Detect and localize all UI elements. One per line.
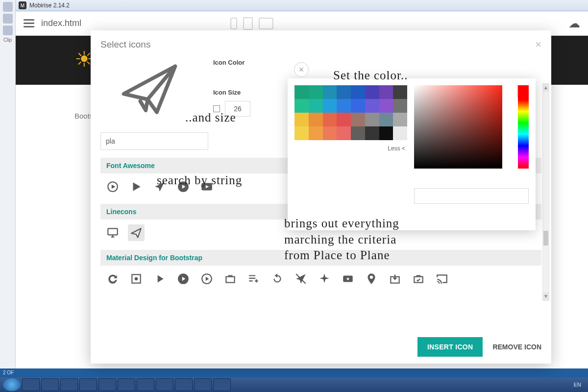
window-title: Mobirise 2.14.2 [29, 2, 70, 9]
plane-icon[interactable] [151, 178, 168, 195]
color-swatch[interactable] [337, 85, 351, 99]
size-checkbox[interactable] [213, 105, 220, 112]
brightness-icon[interactable] [128, 270, 145, 287]
airplane-icon[interactable] [316, 270, 333, 287]
color-swatch[interactable] [379, 85, 393, 99]
color-swatch[interactable] [365, 126, 379, 140]
color-swatch[interactable] [337, 99, 351, 113]
color-swatch[interactable] [393, 85, 407, 99]
section-mdb[interactable]: Material Design for Bootstrap [100, 250, 541, 266]
taskbar-item[interactable] [213, 378, 231, 391]
svg-rect-10 [414, 277, 422, 283]
scrollbar[interactable]: ▲ ▼ [542, 83, 549, 301]
youtube-play-icon[interactable] [198, 178, 215, 195]
taskbar-item[interactable] [41, 378, 59, 391]
color-swatch[interactable] [294, 126, 309, 140]
taskbar-item[interactable] [194, 378, 212, 391]
color-swatch[interactable] [323, 85, 337, 99]
local-play-icon[interactable] [340, 270, 356, 287]
color-swatch[interactable] [379, 126, 393, 140]
color-swatch[interactable] [351, 99, 365, 113]
color-swatch[interactable] [379, 99, 393, 113]
color-swatch[interactable] [294, 99, 309, 113]
play-outline-icon[interactable] [198, 270, 215, 287]
color-swatch[interactable] [351, 126, 365, 140]
play-solid-icon[interactable] [128, 178, 145, 195]
color-swatch[interactable] [309, 85, 323, 99]
modal-title: Select icons [100, 39, 150, 50]
phone-icon[interactable] [230, 18, 237, 29]
playlist-add-icon[interactable] [245, 270, 262, 287]
place-icon[interactable] [363, 270, 380, 287]
color-swatch[interactable] [294, 85, 309, 99]
scroll-thumb[interactable] [543, 231, 548, 245]
download-box-icon[interactable] [387, 270, 403, 287]
tablet-icon[interactable] [243, 17, 253, 30]
play-arrow-icon[interactable] [151, 270, 168, 287]
less-toggle[interactable]: Less < [294, 140, 407, 157]
taskbar-item[interactable] [137, 378, 154, 391]
play-circle-icon[interactable] [175, 178, 192, 195]
window-titlebar: M Mobirise 2.14.2 [16, 0, 588, 11]
color-swatch[interactable] [393, 113, 407, 126]
airplane-off-icon[interactable] [293, 270, 309, 287]
display-icon[interactable] [104, 224, 121, 241]
page-indicator: 2 OF [3, 370, 14, 375]
taskbar-item[interactable] [60, 378, 78, 391]
svg-rect-2 [108, 228, 118, 235]
hue-slider[interactable] [518, 100, 529, 169]
paper-plane-icon[interactable] [128, 224, 145, 241]
color-swatch[interactable] [323, 113, 337, 126]
color-swatch[interactable] [365, 85, 379, 99]
color-swatch[interactable] [393, 126, 407, 140]
refresh-icon[interactable] [104, 270, 121, 287]
color-swatch[interactable] [393, 99, 407, 113]
windows-taskbar: EN [0, 377, 588, 392]
color-swatch[interactable] [337, 113, 351, 126]
color-swatch[interactable] [365, 113, 379, 126]
color-swatch[interactable] [309, 99, 323, 113]
language-indicator[interactable]: EN [570, 382, 585, 388]
taskbar-item[interactable] [175, 378, 193, 391]
color-swatch[interactable] [365, 99, 379, 113]
taskbar-item[interactable] [22, 378, 40, 391]
close-icon[interactable]: × [535, 38, 541, 51]
publish-icon[interactable]: ☁ [568, 17, 580, 30]
taskbar-item[interactable] [79, 378, 97, 391]
desktop-icon[interactable] [259, 18, 273, 29]
work-check-icon[interactable] [410, 270, 427, 287]
scroll-up-icon[interactable]: ▲ [543, 84, 549, 92]
replay-icon[interactable] [269, 270, 286, 287]
remove-icon-button[interactable]: REMOVE ICON [492, 343, 541, 351]
color-swatch[interactable] [351, 113, 365, 126]
color-swatch[interactable] [294, 113, 309, 126]
color-swatch[interactable] [351, 85, 365, 99]
modal-footer: INSERT ICON REMOVE ICON [417, 337, 541, 357]
play-filled-icon[interactable] [175, 270, 192, 287]
hex-input[interactable] [414, 188, 529, 204]
color-swatch[interactable] [337, 126, 351, 140]
saturation-field[interactable] [414, 85, 502, 169]
cast-icon[interactable] [434, 270, 450, 287]
insert-icon-button[interactable]: INSERT ICON [417, 337, 483, 357]
icon-size-input[interactable] [225, 101, 250, 117]
taskbar-item[interactable] [156, 378, 173, 391]
color-swatch[interactable] [379, 113, 393, 126]
swatch-grid [294, 85, 407, 140]
menu-icon[interactable] [24, 17, 34, 29]
color-swatch[interactable] [323, 126, 337, 140]
hue-preview [518, 85, 529, 100]
start-button[interactable] [3, 378, 21, 391]
color-swatch[interactable] [323, 99, 337, 113]
clipboard-label: Clip [0, 37, 15, 43]
briefcase-icon[interactable] [222, 270, 239, 287]
taskbar-item[interactable] [118, 378, 135, 391]
color-swatch[interactable] [309, 113, 323, 126]
taskbar-item[interactable] [98, 378, 116, 391]
color-swatch[interactable] [309, 126, 323, 140]
device-preview-group [227, 17, 276, 30]
play-circle-outline-icon[interactable] [104, 178, 121, 195]
scroll-down-icon[interactable]: ▼ [543, 293, 549, 300]
icon-search-input[interactable] [100, 132, 208, 150]
color-popover-close-icon[interactable]: × [294, 62, 309, 77]
